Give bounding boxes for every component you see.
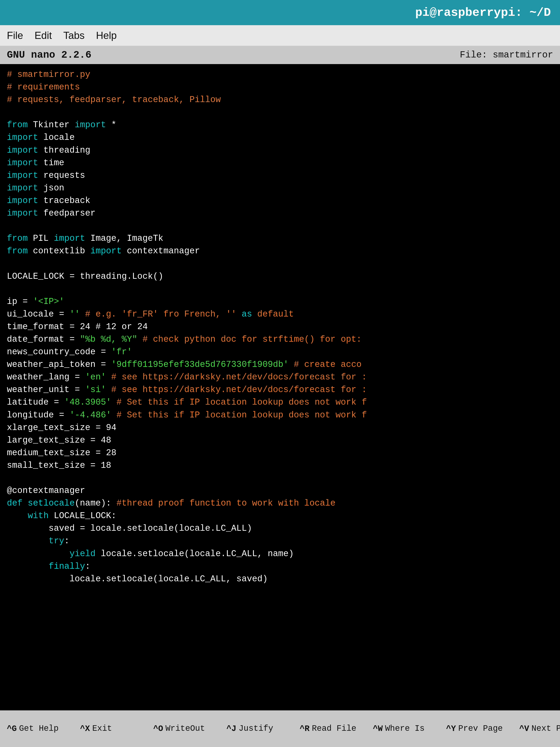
status-bar: ^GGet Help^XExit^OWriteOut^JJustify^RRea… xyxy=(0,711,560,747)
code-line: # requests, feedparser, traceback, Pillo… xyxy=(7,93,553,106)
menu-edit[interactable]: Edit xyxy=(34,30,52,41)
code-line: import traceback xyxy=(7,194,553,207)
status-label: Get Help xyxy=(19,723,58,734)
code-line: import locale xyxy=(7,131,553,144)
code-line: yield locale.setlocale(locale.LC_ALL, na… xyxy=(7,547,553,560)
code-line: # requirements xyxy=(7,81,553,93)
code-line xyxy=(7,257,553,270)
status-label: Next Page xyxy=(531,723,560,734)
code-line: xlarge_text_size = 94 xyxy=(7,421,553,434)
status-item[interactable]: ^XExit xyxy=(73,711,146,747)
menu-tabs[interactable]: Tabs xyxy=(63,30,85,41)
code-line xyxy=(7,106,553,119)
code-line: date_format = "%b %d, %Y" # check python… xyxy=(7,333,553,345)
code-line: from PIL import Image, ImageTk xyxy=(7,232,553,244)
code-line: weather_unit = 'si' # see https://darksk… xyxy=(7,383,553,396)
status-item[interactable]: ^RRead File xyxy=(293,711,366,747)
code-line: latitude = '48.3905' # Set this if IP lo… xyxy=(7,396,553,409)
code-line: news_country_code = 'fr' xyxy=(7,345,553,358)
status-key: ^W xyxy=(373,724,383,733)
title-bar-text: pi@raspberrypi: ~/D xyxy=(415,6,551,20)
status-item[interactable]: ^WWhere Is xyxy=(366,711,439,747)
code-line: ip = '<IP>' xyxy=(7,295,553,308)
code-line xyxy=(7,472,553,484)
code-line: LOCALE_LOCK = threading.Lock() xyxy=(7,270,553,283)
status-label: Prev Page xyxy=(458,723,503,734)
menu-help[interactable]: Help xyxy=(96,30,117,41)
nano-file: File: smartmirror xyxy=(460,50,553,60)
code-line: import json xyxy=(7,182,553,194)
status-key: ^V xyxy=(519,724,529,733)
status-label: WriteOut xyxy=(165,723,205,734)
code-line: ui_locale = '' # e.g. 'fr_FR' fro French… xyxy=(7,308,553,320)
code-line: medium_text_size = 28 xyxy=(7,446,553,459)
status-item[interactable]: ^YPrev Page xyxy=(439,711,512,747)
code-line: # smartmirror.py xyxy=(7,68,553,81)
code-area[interactable]: # smartmirror.py# requirements# requests… xyxy=(0,64,560,711)
status-key: ^O xyxy=(153,724,163,733)
title-bar: pi@raspberrypi: ~/D xyxy=(0,0,560,25)
code-line: import requests xyxy=(7,169,553,182)
nano-header: GNU nano 2.2.6 File: smartmirror xyxy=(0,46,560,64)
code-line: @contextmanager xyxy=(7,484,553,497)
code-line: locale.setlocale(locale.LC_ALL, saved) xyxy=(7,573,553,585)
menu-file[interactable]: File xyxy=(7,30,23,41)
nano-title: GNU nano 2.2.6 xyxy=(7,49,91,61)
status-key: ^Y xyxy=(446,724,456,733)
code-line xyxy=(7,283,553,295)
status-item[interactable]: ^VNext Page xyxy=(512,711,560,747)
code-line: from Tkinter import * xyxy=(7,119,553,131)
code-line: import feedparser xyxy=(7,207,553,220)
code-line: saved = locale.setlocale(locale.LC_ALL) xyxy=(7,522,553,535)
status-label: Exit xyxy=(92,723,112,734)
code-line: try: xyxy=(7,535,553,547)
status-key: ^R xyxy=(300,724,310,733)
status-item[interactable]: ^GGet Help xyxy=(0,711,73,747)
code-line: time_format = 24 # 12 or 24 xyxy=(7,320,553,333)
code-line: finally: xyxy=(7,560,553,573)
code-line: from contextlib import contextmanager xyxy=(7,244,553,257)
code-line: def setlocale(name): #thread proof funct… xyxy=(7,497,553,510)
status-label: Justify xyxy=(239,723,273,734)
code-line: small_text_size = 18 xyxy=(7,459,553,472)
status-item[interactable]: ^JJustify xyxy=(220,711,293,747)
code-line: import threading xyxy=(7,144,553,157)
status-label: Where Is xyxy=(385,723,425,734)
code-line xyxy=(7,220,553,232)
status-label: Read File xyxy=(312,723,356,734)
code-line: longitude = '-4.486' # Set this if IP lo… xyxy=(7,409,553,421)
status-key: ^G xyxy=(7,724,17,733)
status-key: ^J xyxy=(226,724,236,733)
menu-bar: File Edit Tabs Help xyxy=(0,25,560,46)
code-line: weather_api_token = '9dff01195efef33de5d… xyxy=(7,358,553,371)
status-key: ^X xyxy=(80,724,90,733)
code-line: weather_lang = 'en' # see https://darksk… xyxy=(7,371,553,383)
code-line: with LOCALE_LOCK: xyxy=(7,510,553,522)
code-line: large_text_size = 48 xyxy=(7,434,553,446)
code-line: import time xyxy=(7,157,553,169)
status-item[interactable]: ^OWriteOut xyxy=(146,711,220,747)
